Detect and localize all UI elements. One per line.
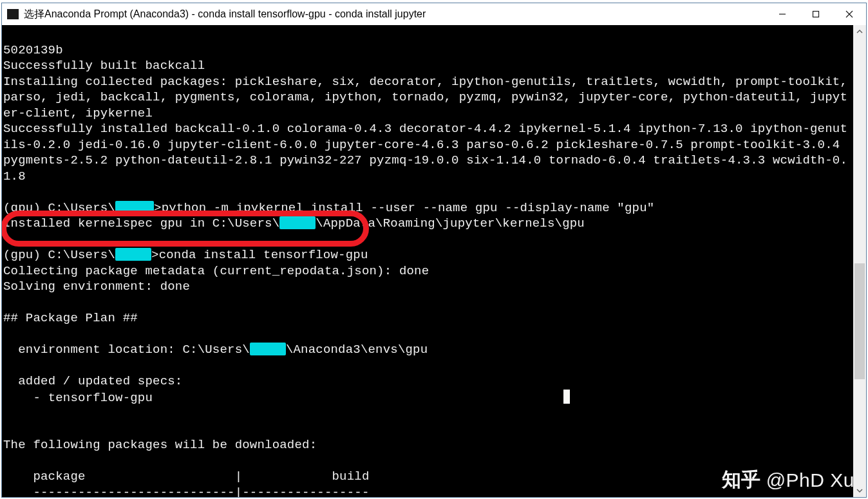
env-location-line: environment location: C:\Users\\Anaconda… — [3, 343, 428, 357]
terminal-prompt-line: (gpu) C:\Users\>conda install tensorflow… — [3, 248, 368, 262]
scroll-track[interactable] — [853, 38, 866, 484]
svg-rect-0 — [813, 12, 819, 17]
env-loc-suffix: \Anaconda3\envs\gpu — [286, 343, 428, 357]
kernelspec-suffix: \AppData\Roaming\jupyter\kernels\gpu — [316, 216, 585, 231]
client-area: 5020139b Successfully built backcall Ins… — [2, 25, 866, 497]
maximize-button[interactable] — [799, 3, 833, 25]
prompt-prefix: (gpu) C:\Users\ — [3, 248, 115, 262]
window-titlebar[interactable]: 选择Anaconda Prompt (Anaconda3) - conda in… — [2, 3, 866, 25]
terminal-line: Solving environment: done — [3, 279, 190, 294]
download-header: The following packages will be downloade… — [3, 438, 317, 452]
terminal-line: 5020139b — [3, 43, 63, 57]
plan-header: ## Package Plan ## — [3, 311, 138, 325]
table-header: package | build — [3, 469, 370, 484]
maximize-icon — [812, 10, 820, 18]
chevron-up-icon — [856, 28, 863, 35]
terminal-line: Successfully built backcall — [3, 59, 205, 73]
watermark-author: @PhD Xu — [766, 469, 854, 491]
prompt-prefix: (gpu) C:\Users\ — [3, 201, 115, 215]
collecting-prefix: Collecting package metadata (current_rep… — [3, 264, 384, 278]
redacted-username — [115, 201, 154, 214]
minimize-icon — [778, 10, 786, 18]
scroll-thumb[interactable] — [854, 263, 865, 379]
terminal-line: Installing collected packages: picklesha… — [3, 75, 855, 120]
terminal-prompt-line: (gpu) C:\Users\>python -m ipykernel inst… — [3, 201, 654, 215]
redacted-username — [115, 248, 151, 261]
close-button[interactable] — [833, 3, 866, 25]
watermark: 知乎 @PhD Xu — [722, 467, 854, 493]
zhihu-logo-text: 知乎 — [722, 467, 761, 493]
added-specs-header: added / updated specs: — [3, 374, 182, 388]
spec-item: - tensorflow-gpu — [3, 391, 153, 405]
prompt-command: >conda install tensorflow-gpu — [151, 248, 368, 262]
window-title: 选择Anaconda Prompt (Anaconda3) - conda in… — [24, 8, 426, 21]
redacted-username — [279, 216, 316, 229]
prompt-command: >python -m ipykernel install --user --na… — [154, 201, 654, 215]
table-divider: ---------------------------|------------… — [3, 485, 370, 498]
scroll-down-button[interactable] — [853, 484, 866, 497]
kernelspec-prefix: Installed kernelspec gpu in C:\Users\ — [3, 216, 279, 231]
app-icon — [7, 9, 19, 19]
titlebar-left: 选择Anaconda Prompt (Anaconda3) - conda in… — [2, 8, 766, 21]
window-controls — [766, 3, 866, 25]
terminal-line: Collecting package metadata (current_rep… — [3, 264, 429, 278]
vertical-scrollbar[interactable] — [853, 25, 866, 497]
added-specs-item: - tensorflow-gpu — [3, 391, 570, 405]
terminal-output[interactable]: 5020139b Successfully built backcall Ins… — [2, 25, 853, 497]
chevron-down-icon — [856, 487, 863, 494]
redacted-username — [250, 343, 286, 355]
minimize-button[interactable] — [766, 3, 799, 25]
env-loc-prefix: environment location: C:\Users\ — [3, 343, 250, 357]
collecting-suffix: : done — [384, 264, 429, 278]
close-icon — [845, 10, 853, 18]
terminal-line: Successfully installed backcall-0.1.0 co… — [3, 122, 847, 184]
terminal-cursor — [563, 390, 570, 404]
terminal-line: Installed kernelspec gpu in C:\Users\\Ap… — [3, 216, 585, 231]
scroll-up-button[interactable] — [853, 25, 866, 38]
anaconda-prompt-window: 选择Anaconda Prompt (Anaconda3) - conda in… — [1, 3, 867, 498]
